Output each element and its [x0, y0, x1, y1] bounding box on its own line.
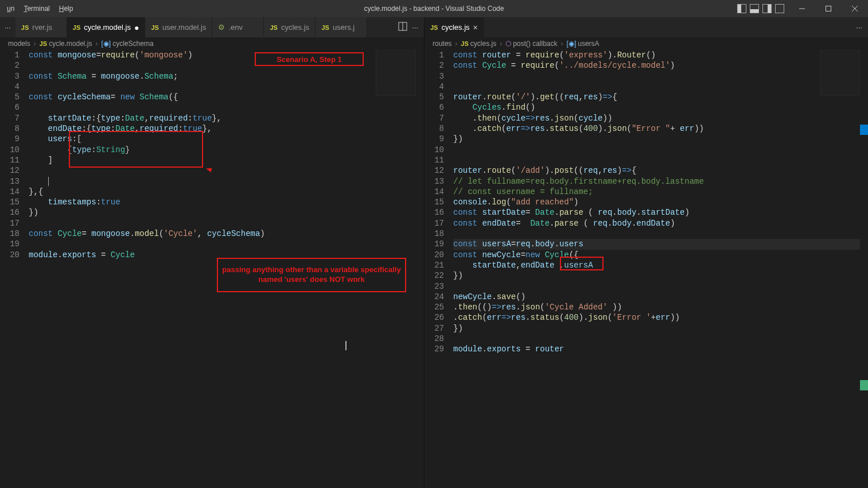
line-number[interactable]: 19	[425, 239, 444, 249]
code-line[interactable]	[29, 176, 424, 187]
line-number[interactable]: 5	[425, 92, 444, 102]
line-number[interactable]: 12	[0, 165, 20, 176]
code-line[interactable]	[453, 155, 868, 165]
code-line[interactable]	[29, 218, 424, 228]
code-line[interactable]: .then(cycle=>res.json(cycle))	[453, 113, 868, 123]
line-number[interactable]: 13	[425, 176, 444, 187]
line-number[interactable]: 19	[0, 239, 20, 249]
code-line[interactable]: const Cycle= mongoose.model('Cycle', cyc…	[29, 228, 424, 239]
line-number[interactable]: 5	[0, 92, 20, 102]
breadcrumb-item[interactable]: models	[8, 40, 30, 48]
line-number[interactable]: 17	[425, 218, 444, 228]
line-number[interactable]: 7	[0, 113, 20, 123]
tab-cycles-js[interactable]: JScycles.js×	[425, 17, 484, 37]
line-number[interactable]: 13	[0, 176, 20, 187]
code-line[interactable]: const Cycle = require('../models/cycle.m…	[453, 60, 868, 71]
line-number[interactable]: 18	[425, 228, 444, 239]
line-number[interactable]: 12	[425, 165, 444, 176]
breadcrumbs-right[interactable]: routes › JScycles.js › ⬡post() callback …	[425, 37, 868, 50]
line-number[interactable]: 7	[425, 113, 444, 123]
menu-item-un[interactable]: un	[2, 0, 19, 17]
code-line[interactable]: timestamps:true	[29, 197, 424, 207]
code-line[interactable]: module.exports = router	[453, 344, 868, 354]
code-line[interactable]	[453, 71, 868, 82]
more-actions-icon[interactable]: ···	[856, 23, 862, 32]
line-number[interactable]: 4	[425, 82, 444, 92]
line-number[interactable]: 3	[0, 71, 20, 82]
code-line[interactable]: const startDate= Date.parse ( req.body.s…	[453, 207, 868, 218]
line-number[interactable]: 11	[0, 155, 20, 165]
line-number[interactable]: 6	[425, 102, 444, 113]
breadcrumb-item[interactable]: [◉]cycleSchema	[102, 40, 154, 48]
line-number[interactable]: 1	[0, 50, 20, 60]
code-line[interactable]	[453, 228, 868, 239]
line-number[interactable]: 9	[425, 134, 444, 144]
code-line[interactable]: const endDate= Date.parse ( req.body.end…	[453, 218, 868, 228]
code-line[interactable]	[453, 334, 868, 344]
breadcrumb-item[interactable]: JScycles.js	[461, 40, 496, 48]
line-number[interactable]: 4	[0, 82, 20, 92]
code-line[interactable]: .catch(err=>res.status(400).json('Error …	[453, 312, 868, 323]
line-number[interactable]: 20	[425, 250, 444, 260]
close-icon[interactable]: ×	[473, 23, 478, 32]
scrollbar-right[interactable]	[860, 50, 868, 488]
code-line[interactable]	[29, 239, 424, 249]
minimap-right[interactable]	[820, 50, 860, 96]
code-line[interactable]	[29, 60, 424, 71]
line-number[interactable]: 3	[425, 71, 444, 82]
line-number[interactable]: 8	[425, 123, 444, 134]
code-line[interactable]: })	[453, 323, 868, 334]
line-number[interactable]: 23	[425, 281, 444, 292]
breadcrumb-item[interactable]: [◉]usersA	[567, 40, 600, 48]
tab-users-js[interactable]: JSusers.j	[316, 17, 367, 37]
line-number[interactable]: 27	[425, 323, 444, 334]
code-line[interactable]: const router = require('express').Router…	[453, 50, 868, 60]
breadcrumb-item[interactable]: JScycle.model.js	[40, 40, 92, 48]
line-number[interactable]: 17	[0, 218, 20, 228]
code-line[interactable]: },{	[29, 187, 424, 197]
code-line[interactable]	[29, 82, 424, 92]
line-number[interactable]: 10	[0, 145, 20, 155]
line-number[interactable]: 29	[425, 344, 444, 354]
tab-user-model-js[interactable]: JSuser.model.js	[145, 17, 212, 37]
code-line[interactable]: const Schema = mongoose.Schema;	[29, 71, 424, 82]
code-line[interactable]	[453, 145, 868, 155]
breadcrumb-item[interactable]: routes	[433, 40, 451, 48]
line-number[interactable]: 16	[425, 207, 444, 218]
minimap-left[interactable]	[376, 50, 416, 96]
code-line[interactable]: // let fullname=req.body.firstname+req.b…	[453, 176, 868, 187]
more-actions-icon[interactable]: ···	[412, 23, 418, 32]
line-number[interactable]: 6	[0, 102, 20, 113]
line-number[interactable]: 1	[425, 50, 444, 60]
split-editor-icon[interactable]	[398, 22, 407, 33]
scrollbar-left[interactable]	[416, 50, 424, 488]
breadcrumbs-left[interactable]: models › JScycle.model.js › [◉]cycleSche…	[0, 37, 424, 50]
line-number[interactable]: 14	[425, 187, 444, 197]
line-number[interactable]: 15	[425, 197, 444, 207]
line-number[interactable]: 8	[0, 123, 20, 134]
code-line[interactable]	[453, 82, 868, 92]
line-number[interactable]: 24	[425, 292, 444, 302]
layout-panel-bottom-icon[interactable]	[750, 4, 759, 13]
tab-cycles-js[interactable]: JScycles.js	[264, 17, 316, 37]
layout-sidebar-right-icon[interactable]	[762, 4, 772, 13]
code-line[interactable]: router.route('/add').post((req,res)=>{	[453, 165, 868, 176]
tab-rver-js[interactable]: JSrver.js	[15, 17, 67, 37]
code-line[interactable]: const usersA=req.body.users	[453, 239, 868, 249]
code-line[interactable]: const cycleSchema= new Schema({	[29, 92, 424, 102]
layout-sidebar-left-icon[interactable]	[737, 4, 746, 13]
line-number[interactable]: 28	[425, 334, 444, 344]
code-line[interactable]: console.log("add reached")	[453, 197, 868, 207]
dirty-indicator-icon[interactable]: ●	[134, 23, 139, 32]
line-number[interactable]: 2	[0, 60, 20, 71]
menu-item-help[interactable]: Help	[55, 0, 78, 17]
line-number[interactable]: 22	[425, 270, 444, 281]
code-line[interactable]: })	[453, 134, 868, 144]
line-number[interactable]: 11	[425, 155, 444, 165]
menu-item-terminal[interactable]: Terminal	[19, 0, 54, 17]
line-number[interactable]: 18	[0, 228, 20, 239]
close-button[interactable]	[842, 0, 868, 17]
line-number[interactable]: 21	[425, 260, 444, 270]
code-line[interactable]: })	[453, 270, 868, 281]
line-number[interactable]: 9	[0, 134, 20, 144]
